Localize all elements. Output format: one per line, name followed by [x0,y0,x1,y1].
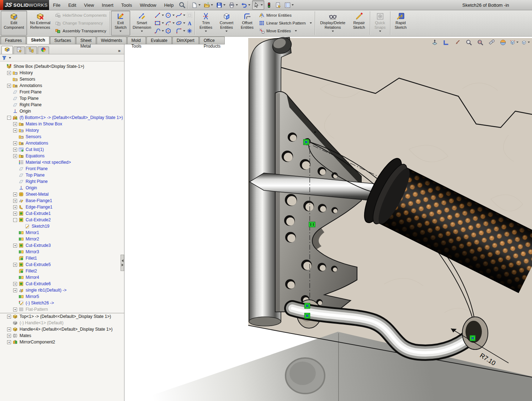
dropdown-caret[interactable] [225,31,228,32]
panel-splitter-handle[interactable] [121,255,124,271]
tree-item[interactable]: +Mates in Show Box [0,121,124,127]
options-list-button[interactable] [283,0,295,10]
menu-tools[interactable]: Tools [117,0,136,10]
zoom-area-button[interactable] [476,38,484,46]
tree-item[interactable]: Material <not specified> [0,159,124,166]
tree-item[interactable]: Top Plane [0,172,124,178]
zoom-corner-button[interactable] [442,38,450,46]
tree-expand-toggle[interactable]: + [13,148,17,152]
menu-window[interactable]: Window [136,0,160,10]
tree-item[interactable]: Mirror4 [0,274,124,281]
tree-item[interactable]: Right Plane [0,178,124,185]
open-button[interactable] [202,0,214,10]
tab-features[interactable]: Features [1,37,26,44]
dropdown-caret[interactable] [223,4,225,6]
tree-item[interactable]: Right Plane [0,102,124,108]
dropdown-caret[interactable] [205,31,207,32]
dropdown-caret[interactable] [141,31,143,32]
tree-expand-toggle[interactable]: + [13,212,17,216]
tree-expand-toggle[interactable]: + [13,244,17,248]
spline-tool-button[interactable] [176,12,185,18]
tree-item[interactable]: Mirror1 [0,229,124,236]
dropdown-caret[interactable] [183,22,185,24]
tree-expand-toggle[interactable]: + [13,199,17,203]
dropdown-caret[interactable] [310,22,312,24]
dropdown-caret[interactable] [183,30,185,32]
tree-expand-toggle[interactable]: + [7,334,11,338]
select-cursor-button[interactable] [252,0,264,10]
view-selector-button[interactable] [487,38,496,46]
file-properties-button[interactable] [274,0,283,10]
pattern-tool-button[interactable] [186,12,193,18]
dropdown-caret[interactable] [236,4,238,6]
panel-tab-feature-manager[interactable] [1,46,13,54]
menu-view[interactable]: View [80,0,98,10]
tab-surfaces[interactable]: Surfaces [50,37,75,44]
tree-item[interactable]: +Mates [0,332,124,339]
tree-item[interactable]: Mirror2 [0,236,124,242]
tree-item[interactable]: +ΣEquations [0,153,124,159]
trim-entities-button[interactable]: Trim Entities [196,11,216,36]
zoom-fit-button[interactable] [464,38,473,46]
tree-item[interactable]: +Cut-Extrude1 [0,210,124,217]
tree-item[interactable]: Sensors [0,134,124,140]
dropdown-caret[interactable] [516,42,518,43]
normal-to-button[interactable] [430,38,439,46]
tree-item[interactable]: Front Plane [0,89,124,95]
dropdown-caret[interactable] [162,30,164,32]
filter-funnel-icon[interactable] [2,55,7,60]
tree-item[interactable]: +Handle<4> (Default<<Default>_Display St… [0,326,124,332]
search-icon[interactable] [178,1,186,9]
tree-item[interactable]: (-) Handle<1> (Default) [0,320,124,326]
tree-expand-toggle[interactable]: + [13,308,17,311]
panel-tab-property-manager[interactable] [14,47,25,54]
edit-component-button[interactable]: Edit Component [1,11,27,36]
ellipse-tool-button[interactable] [176,20,185,26]
tree-item[interactable]: Show Box (Default<Display State-1>) [0,63,124,70]
tree-item[interactable]: Top Plane [0,95,124,102]
rapid-sketch-button[interactable]: Rapid Sketch [392,11,410,36]
tree-item[interactable]: Origin [0,185,124,191]
dropdown-caret[interactable] [119,31,122,32]
line-tool-button[interactable] [154,12,164,18]
filter-dropdown-caret[interactable] [9,57,11,59]
tree-item[interactable]: +Cut-Extrude3 [0,242,124,249]
point-tool-button[interactable] [186,28,193,34]
dropdown-caret[interactable] [248,4,250,6]
quick-snaps-button[interactable]: Quick Snaps [371,11,389,36]
tab-mold-tools[interactable]: Mold Tools [127,37,146,44]
tree-item[interactable]: Front Plane [0,166,124,172]
dropdown-caret[interactable] [183,15,185,16]
panel-tab-display-manager[interactable] [38,47,49,54]
menu-insert[interactable]: Insert [98,0,117,10]
dropdown-caret[interactable] [332,31,334,32]
print-button[interactable] [227,0,239,10]
rebuild-traffic-light-button[interactable] [265,0,273,10]
save-button[interactable] [215,0,227,10]
undo-button[interactable] [240,0,252,10]
tree-item[interactable]: (-) Sketch26 -> [0,300,124,306]
tree-expand-toggle[interactable]: + [13,141,17,145]
section-view-button[interactable] [499,38,507,46]
tab-sheet-metal[interactable]: Sheet Metal [76,37,96,44]
tree-expand-toggle[interactable]: + [13,263,17,267]
freeform-spline-tool-button[interactable] [154,28,164,34]
convert-entities-button[interactable]: Convert Entities [216,11,237,36]
tree-item[interactable]: +Base-Flange1 [0,197,124,204]
tree-expand-toggle[interactable]: + [13,154,17,158]
dropdown-caret[interactable] [198,4,201,6]
tree-item[interactable]: +single rib1(Default) -> [0,287,124,293]
tree-expand-toggle[interactable]: + [7,84,11,88]
tree-item[interactable]: +Top<1> -> (Default<<Default>_Display St… [0,313,124,320]
sketch-fillet-tool-button[interactable] [176,28,185,34]
tree-expand-toggle[interactable]: + [7,315,11,319]
tree-item[interactable]: +History [0,127,124,134]
tree-expand-toggle[interactable]: - [13,218,17,222]
smart-dimension-button[interactable]: Smart Dimension [130,11,154,36]
tree-expand-toggle[interactable]: + [13,193,17,196]
tree-item[interactable]: +History [0,70,124,76]
new-document-button[interactable] [190,0,202,10]
polygon-tool-button[interactable] [165,28,175,34]
dropdown-caret[interactable] [211,4,213,6]
tree-expand-toggle[interactable]: + [13,129,17,132]
